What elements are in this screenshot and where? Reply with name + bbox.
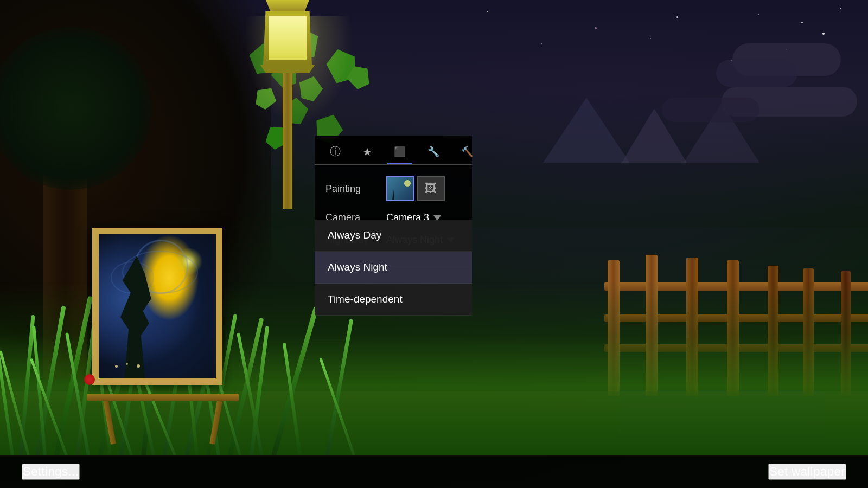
gallery-icon: ⬛	[394, 146, 406, 158]
tab-settings1[interactable]: 🔧	[421, 142, 446, 163]
settings-button[interactable]: Settings...	[22, 464, 80, 480]
easel-ledge	[87, 394, 239, 401]
info-icon: ⓘ	[330, 144, 341, 159]
painting-label: Painting	[326, 183, 380, 195]
painting-thumb-inner	[387, 177, 413, 200]
star-icon: ★	[362, 145, 372, 158]
tab-favorites[interactable]: ★	[356, 141, 379, 164]
night-day-dropdown-menu: Always Day Always Night Time-dependent	[315, 220, 472, 316]
set-wallpaper-button[interactable]: Set wallpaper	[768, 464, 846, 480]
settings-panel: ⓘ ★ ⬛ 🔧 🔨 Painting	[315, 136, 472, 267]
painting-thumb-starry[interactable]	[386, 176, 414, 201]
option-always-night[interactable]: Always Night	[315, 252, 472, 284]
painting-thumb-custom[interactable]: 🖼	[417, 176, 445, 201]
painting-row: Painting 🖼	[326, 176, 461, 201]
option-always-day[interactable]: Always Day	[315, 220, 472, 252]
bottom-bar: Settings... Set wallpaper	[0, 455, 868, 488]
tab-gallery[interactable]: ⬛	[387, 142, 412, 163]
wrench-icon: 🔧	[427, 146, 439, 158]
painting-options: 🖼	[386, 176, 445, 201]
tool-icon: 🔨	[461, 146, 473, 158]
tab-settings2[interactable]: 🔨	[455, 142, 480, 163]
painting-frame	[92, 228, 222, 385]
easel	[81, 228, 244, 423]
tabs-row: ⓘ ★ ⬛ 🔧 🔨	[315, 136, 472, 165]
option-time-dependent[interactable]: Time-dependent	[315, 284, 472, 316]
tab-info[interactable]: ⓘ	[323, 140, 347, 164]
gallery-thumb-icon: 🖼	[425, 182, 437, 196]
